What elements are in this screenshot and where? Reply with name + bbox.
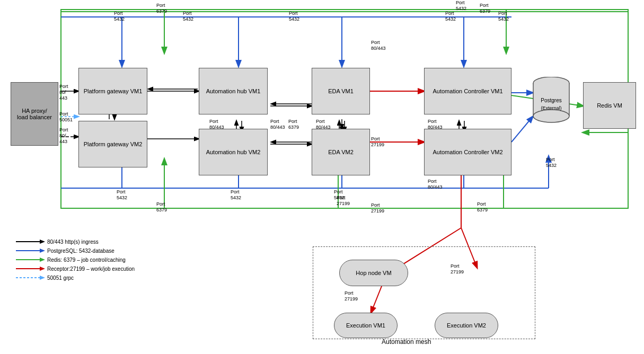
automation-ctrl1-label: Automation Controller VM1: [433, 88, 502, 94]
svg-marker-63: [40, 258, 45, 262]
ha-proxy-label: HA proxy/ load balancer: [17, 108, 52, 120]
eda-vm1-box: EDA VM1: [312, 68, 370, 114]
legend: 80/443 http(s) ingress PostgreSQL: 5432-…: [16, 238, 135, 284]
port-80443-ctrl1: Port80/443: [428, 119, 443, 130]
automation-hub1-label: Automation hub VM1: [206, 88, 261, 94]
svg-marker-59: [40, 240, 45, 244]
hop-node-box: Hop node VM: [339, 260, 408, 286]
legend-label-grpc: 50051 grpc: [47, 275, 74, 281]
port-27199-ctrl2: Port27199: [371, 136, 384, 148]
port-6379-bottom-right: Port6379: [477, 201, 488, 213]
automation-hub2-label: Automation hub VM2: [206, 149, 261, 155]
automation-hub2-box: Automation hub VM2: [199, 129, 268, 175]
legend-item-grpc: 50051 grpc: [16, 275, 135, 281]
port-50051: Port50051: [59, 111, 73, 123]
svg-marker-67: [40, 276, 45, 280]
legend-label-postgres: PostgreSQL: 5432-database: [47, 248, 114, 254]
automation-ctrl1-box: Automation Controller VM1: [424, 68, 511, 114]
port-80443-eda-top: Port80/443: [371, 40, 386, 51]
platform-gw1-label: Platform gateway VM1: [84, 88, 143, 94]
eda-vm2-label: EDA VM2: [328, 149, 354, 155]
port-5432-ctrl-bottom: Port5432: [456, 0, 466, 12]
port-6379-hub-mid: Port6379: [288, 119, 299, 130]
port-27199-bottom1: Port27199: [337, 195, 350, 207]
automation-mesh-label: Automation mesh: [382, 338, 431, 346]
port-6379-bottom-left: Port6379: [156, 201, 167, 213]
platform-gw1-box: Platform gateway VM1: [78, 68, 147, 114]
svg-marker-65: [40, 267, 45, 271]
legend-item-postgres: PostgreSQL: 5432-database: [16, 247, 135, 254]
redis-box: Redis VM: [583, 82, 636, 129]
svg-marker-61: [40, 249, 45, 253]
legend-item-receptor: Receptor:27199 – work/job execution: [16, 266, 135, 272]
legend-item-http: 80/443 http(s) ingress: [16, 238, 135, 245]
port-5432-gw-top: Port5432: [114, 11, 125, 22]
ha-proxy-box: HA proxy/ load balancer: [11, 82, 58, 146]
port-27199-hop: Port27199: [345, 290, 358, 302]
automation-hub1-box: Automation hub VM1: [199, 68, 268, 114]
eda-vm1-label: EDA VM1: [328, 88, 354, 94]
port-6379-left-top: Port6379: [156, 3, 167, 14]
port-6379-right-top: Port6379: [480, 3, 490, 14]
execution-vm2-box: Execution VM2: [435, 313, 498, 338]
port-5432-hub-bottom: Port5432: [231, 189, 241, 201]
port-5432-postgres: Port5432: [546, 157, 557, 169]
automation-ctrl2-box: Automation Controller VM2: [424, 129, 511, 175]
legend-label-receptor: Receptor:27199 – work/job execution: [47, 266, 135, 272]
port-5432-ctrl-top: Port5432: [445, 11, 456, 22]
automation-ctrl2-label: Automation Controller VM2: [433, 149, 502, 155]
legend-label-redis: Redis: 6379 – job control/caching: [47, 257, 126, 263]
execution-vm1-box: Execution VM1: [334, 313, 398, 338]
port-80443-ctrl2: Port80/443: [428, 179, 443, 190]
platform-gw2-label: Platform gateway VM2: [84, 141, 143, 147]
eda-vm2-box: EDA VM2: [312, 129, 370, 175]
legend-label-http: 80/443 http(s) ingress: [47, 239, 99, 245]
port-5432-eda-top: Port5432: [289, 11, 299, 22]
svg-line-34: [511, 117, 533, 142]
execution-vm2-label: Execution VM2: [447, 322, 486, 329]
port-5432-hub-top: Port5432: [183, 11, 193, 22]
postgres-cylinder: Postgres (External): [533, 77, 570, 125]
redis-label: Redis VM: [597, 102, 622, 109]
port-5432-gw-bottom: Port5432: [117, 189, 127, 201]
port-27199-bottom2: Port27199: [371, 202, 384, 214]
port-80443-bottom: Port80/443: [59, 127, 68, 144]
port-5432-redis-line: Port5432: [498, 11, 509, 22]
port-80443-hub2-top: Port80/443: [270, 119, 285, 130]
port-27199-exec-vm2: Port27199: [451, 263, 464, 275]
platform-gw2-box: Platform gateway VM2: [78, 121, 147, 167]
legend-item-redis: Redis: 6379 – job control/caching: [16, 256, 135, 263]
diagram-container: HA proxy/ load balancer Port80/443 Port5…: [0, 0, 644, 354]
svg-point-55: [533, 110, 569, 122]
svg-text:Postgres: Postgres: [541, 98, 561, 103]
port-80443-top: Port80/443: [59, 84, 68, 101]
hop-node-label: Hop node VM: [356, 270, 391, 276]
svg-text:(External): (External): [541, 105, 561, 111]
execution-vm1-label: Execution VM1: [346, 322, 385, 329]
